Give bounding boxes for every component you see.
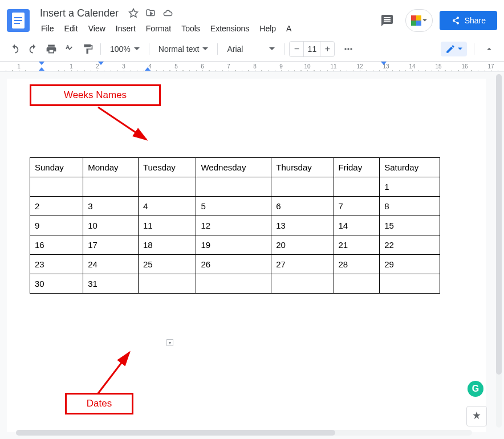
- calendar-cell[interactable]: [138, 274, 196, 294]
- menu-tools[interactable]: Tools: [177, 22, 205, 35]
- calendar-day-header[interactable]: Friday: [334, 158, 380, 177]
- cell-menu-icon[interactable]: ▾: [166, 339, 173, 346]
- redo-icon[interactable]: [25, 41, 41, 57]
- more-icon[interactable]: [340, 41, 356, 57]
- calendar-cell[interactable]: 7: [334, 197, 380, 216]
- calendar-cell[interactable]: 27: [271, 255, 334, 274]
- calendar-cell[interactable]: [380, 274, 440, 294]
- print-icon[interactable]: [43, 41, 59, 57]
- menu-file[interactable]: File: [36, 22, 59, 35]
- cloud-icon[interactable]: [162, 7, 173, 19]
- calendar-cell[interactable]: 6: [271, 197, 334, 216]
- calendar-cell[interactable]: [30, 177, 83, 197]
- calendar-cell[interactable]: [196, 274, 271, 294]
- table-row: 3031: [30, 274, 440, 294]
- fontsize-value[interactable]: 11: [303, 42, 320, 56]
- ruler-tick: 5: [163, 63, 189, 70]
- collapse-icon[interactable]: [481, 41, 497, 57]
- calendar-cell[interactable]: 4: [138, 197, 196, 216]
- calendar-cell[interactable]: 31: [83, 274, 139, 294]
- calendar-cell[interactable]: 25: [138, 255, 196, 274]
- calendar-cell[interactable]: 10: [83, 216, 139, 235]
- ruler-first-indent[interactable]: [98, 62, 104, 65]
- calendar-cell[interactable]: 21: [334, 235, 380, 255]
- calendar-cell[interactable]: 26: [196, 255, 271, 274]
- editing-mode[interactable]: [441, 42, 467, 56]
- explore-icon[interactable]: [466, 406, 487, 426]
- vertical-scrollbar[interactable]: [496, 74, 502, 428]
- ruler[interactable]: 1123456789101112131415161718: [0, 62, 504, 72]
- calendar-cell[interactable]: 24: [83, 255, 139, 274]
- menu-view[interactable]: View: [84, 22, 110, 35]
- calendar-cell[interactable]: 16: [30, 235, 83, 255]
- spellcheck-icon[interactable]: [62, 41, 78, 57]
- calendar-cell[interactable]: [334, 274, 380, 294]
- ruler-right-margin[interactable]: [381, 62, 387, 65]
- document-page[interactable]: Weeks Names SundayMondayTuesdayWednesday…: [7, 79, 486, 432]
- calendar-cell[interactable]: [196, 177, 271, 197]
- ruler-left-margin[interactable]: [39, 62, 44, 65]
- document-title[interactable]: Insert a Calender: [36, 6, 122, 21]
- calendar-cell[interactable]: [138, 177, 196, 197]
- calendar-cell[interactable]: 23: [30, 255, 83, 274]
- menu-edit[interactable]: Edit: [60, 22, 83, 35]
- calendar-table[interactable]: SundayMondayTuesdayWednesdayThursdayFrid…: [30, 157, 440, 294]
- menu-help[interactable]: Help: [255, 22, 281, 35]
- menu-accessibility[interactable]: A: [282, 22, 296, 35]
- ruler-indent-left[interactable]: [39, 67, 44, 71]
- calendar-cell[interactable]: 9: [30, 216, 83, 235]
- zoom-select[interactable]: 100%: [105, 42, 144, 56]
- fontsize-increase[interactable]: +: [320, 42, 334, 56]
- calendar-cell[interactable]: 18: [138, 235, 196, 255]
- calendar-day-header[interactable]: Saturday: [380, 158, 440, 177]
- calendar-cell[interactable]: 2: [30, 197, 83, 216]
- calendar-cell[interactable]: 11: [138, 216, 196, 235]
- calendar-cell[interactable]: 12: [196, 216, 271, 235]
- ruler-tick: 1: [6, 63, 32, 70]
- calendar-cell[interactable]: [83, 177, 139, 197]
- undo-icon[interactable]: [7, 41, 23, 57]
- calendar-day-header[interactable]: Thursday: [271, 158, 334, 177]
- calendar-cell[interactable]: 17: [83, 235, 139, 255]
- calendar-cell[interactable]: 8: [380, 197, 440, 216]
- calendar-cell[interactable]: 29: [380, 255, 440, 274]
- table-row: 23242526272829: [30, 255, 440, 274]
- share-button[interactable]: Share: [440, 11, 497, 30]
- font-select[interactable]: Arial: [222, 42, 279, 56]
- calendar-cell[interactable]: 3: [83, 197, 139, 216]
- calendar-cell[interactable]: 20: [271, 235, 334, 255]
- horizontal-scrollbar[interactable]: [16, 430, 472, 436]
- docs-icon[interactable]: [7, 9, 30, 32]
- calendar-day-header[interactable]: Sunday: [30, 158, 83, 177]
- menu-format[interactable]: Format: [141, 22, 176, 35]
- calendar-cell[interactable]: 15: [380, 216, 440, 235]
- star-icon[interactable]: [128, 7, 139, 19]
- calendar-day-header[interactable]: Wednesday: [196, 158, 271, 177]
- zoom-value: 100%: [110, 44, 131, 54]
- toolbar: 100% Normal text Arial − 11 +: [0, 36, 504, 62]
- calendar-cell[interactable]: 30: [30, 274, 83, 294]
- grammarly-icon[interactable]: G: [468, 381, 483, 397]
- comments-icon[interactable]: [376, 9, 399, 32]
- calendar-cell[interactable]: [271, 274, 334, 294]
- calendar-cell[interactable]: 1: [380, 177, 440, 197]
- calendar-cell[interactable]: [271, 177, 334, 197]
- calendar-cell[interactable]: 13: [271, 216, 334, 235]
- calendar-cell[interactable]: 22: [380, 235, 440, 255]
- fontsize-decrease[interactable]: −: [290, 42, 303, 56]
- paint-format-icon[interactable]: [80, 41, 96, 57]
- calendar-cell[interactable]: 5: [196, 197, 271, 216]
- styles-select[interactable]: Normal text: [154, 42, 213, 56]
- meet-icon[interactable]: [405, 9, 433, 32]
- calendar-cell[interactable]: 19: [196, 235, 271, 255]
- calendar-day-header[interactable]: Tuesday: [138, 158, 196, 177]
- menu-insert[interactable]: Insert: [111, 22, 140, 35]
- move-icon[interactable]: [145, 7, 156, 19]
- ruler-indent-right[interactable]: [145, 67, 151, 71]
- menu-extensions[interactable]: Extensions: [206, 22, 254, 35]
- table-row: 2345678: [30, 197, 440, 216]
- calendar-cell[interactable]: 28: [334, 255, 380, 274]
- calendar-day-header[interactable]: Monday: [83, 158, 139, 177]
- calendar-cell[interactable]: 14: [334, 216, 380, 235]
- calendar-cell[interactable]: [334, 177, 380, 197]
